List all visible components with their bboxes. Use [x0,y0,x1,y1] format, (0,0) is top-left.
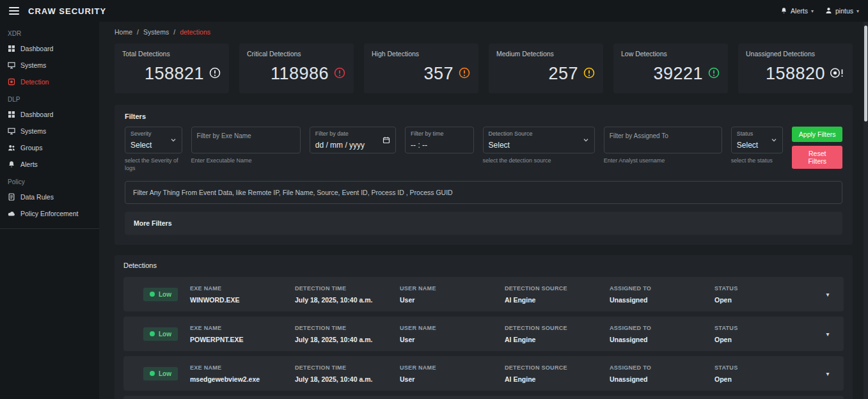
exe-name-value: POWERPNT.EXE [190,336,295,343]
severity-badge: Low [143,327,178,341]
detection-source-select[interactable]: Detection Source Select [483,127,595,153]
user-dropdown[interactable]: pintus ▾ [825,7,859,15]
exe-name-input[interactable] [191,127,301,153]
col-header-exe: EXE NAME [190,285,295,292]
severity-select[interactable]: Severity Select [125,127,182,153]
sidebar-item-label: Systems [20,61,46,69]
sidebar-item-dlp-groups[interactable]: Groups [0,139,99,156]
breadcrumb-systems[interactable]: Systems [143,28,169,36]
stat-value: 158820 [766,64,825,84]
chevron-down-icon [170,137,177,143]
detections-title: Detections [123,262,844,269]
exclamation-circle-icon [458,66,471,82]
stat-value: 257 [548,64,578,84]
chevron-down-icon [771,137,777,143]
stat-cards: Total Detections 158821 Critical Detecti… [114,43,853,93]
exe-name-value: msedgewebview2.exe [190,375,295,383]
breadcrumb-separator: / [137,28,139,36]
sidebar-item-dlp-dashboard[interactable]: Dashboard [0,106,99,123]
col-header-source: DETECTION SOURCE [505,325,610,331]
col-header-time: DETECTION TIME [295,364,400,371]
stat-card-unassigned: Unassigned Detections 158820 [738,43,853,93]
assigned-to-input[interactable] [604,127,722,153]
status-value: Open [714,296,819,304]
sidebar-item-xdr-dashboard[interactable]: Dashboard [0,40,99,57]
status-label: Status [737,130,758,137]
status-value: Open [714,375,819,383]
sidebar-divider [0,228,99,229]
sidebar-section-dlp: DLP [0,90,99,106]
assigned-to-value: Unassigned [610,336,714,343]
monitor-icon [8,61,15,69]
exclamation-circle-icon [333,66,346,82]
breadcrumb-current: detections [180,28,210,36]
assigned-to-value: Unassigned [610,375,714,383]
assigned-to-value: Unassigned [610,296,714,304]
event-data-search-input[interactable] [125,181,842,204]
sidebar-section-policy: Policy [0,173,99,189]
date-input[interactable]: Filter by date dd / mm / yyyy [310,127,396,153]
exclamation-circle-icon [707,66,720,82]
status-select[interactable]: Status Select [731,127,784,153]
assigned-to-hint: Enter Analyst username [604,157,722,165]
top-navbar: CRAW SECURITY Alerts ▾ pintus ▾ [0,0,868,22]
col-header-assigned: ASSIGNED TO [610,325,714,331]
cloud-icon [8,210,15,217]
detections-panel: Detections Low EXE NAMEWINWORD.EXE DETEC… [114,255,853,399]
sidebar-item-dlp-systems[interactable]: Systems [0,123,99,139]
scrollbar-thumb[interactable] [864,26,867,121]
detection-row[interactable]: Low EXE NAMEPOWERPNT.EXE DETECTION TIMEJ… [123,396,844,399]
filters-title: Filters [125,113,842,120]
alerts-dropdown[interactable]: Alerts ▾ [780,7,814,15]
chevron-down-icon: ▾ [811,8,814,14]
stat-label: High Detections [372,50,471,58]
sidebar-item-policy-data-rules[interactable]: Data Rules [0,189,99,205]
col-header-status: STATUS [714,364,819,371]
stat-label: Critical Detections [247,50,346,58]
breadcrumb: Home / Systems / detections [114,28,853,36]
stat-card-medium: Medium Detections 257 [489,43,603,93]
exe-name-value: WINWORD.EXE [190,296,295,304]
date-value: dd / mm / yyyy [315,141,365,150]
sidebar-item-label: Systems [20,127,46,135]
stat-value: 118986 [271,64,329,84]
col-header-status: STATUS [714,285,819,292]
sidebar-item-xdr-systems[interactable]: Systems [0,57,99,74]
hamburger-menu-icon[interactable] [9,7,19,15]
col-header-user: USER NAME [400,325,505,331]
alerts-label: Alerts [791,7,808,15]
status-value: Select [737,141,758,150]
detection-time-value: July 18, 2025, 10:40 a.m. [295,336,400,343]
file-icon [8,193,15,201]
sidebar-item-policy-enforcement[interactable]: Policy Enforcement [0,205,99,222]
col-header-user: USER NAME [400,285,505,292]
more-filters-toggle[interactable]: More Filters [125,212,842,235]
sidebar-item-label: Policy Enforcement [20,210,78,217]
sidebar-item-label: Data Rules [20,193,54,201]
time-input[interactable]: Filter by time -- : -- [405,127,473,153]
bell-icon [780,7,787,15]
col-header-exe: EXE NAME [190,325,295,331]
stat-card-low: Low Detections 39221 [613,43,728,93]
sidebar-item-label: Dashboard [20,45,53,52]
user-name-value: User [400,296,505,304]
apply-filters-button[interactable]: Apply Filters [792,127,842,142]
detection-row[interactable]: Low EXE NAMEWINWORD.EXE DETECTION TIMEJu… [123,277,844,311]
row-dropdown-caret[interactable]: ▾ [819,331,836,338]
detection-source-label: Detection Source [489,130,533,137]
breadcrumb-home[interactable]: Home [114,28,132,36]
stat-card-total: Total Detections 158821 [114,43,229,93]
severity-label: Severity [130,130,152,137]
col-header-status: STATUS [714,325,819,331]
groups-icon [8,144,15,152]
detection-row[interactable]: Low EXE NAMEmsedgewebview2.exe DETECTION… [123,356,844,391]
reset-filters-button[interactable]: Reset Filters [792,146,842,169]
row-dropdown-caret[interactable]: ▾ [819,370,836,377]
row-dropdown-caret[interactable]: ▾ [819,291,836,298]
detection-row[interactable]: Low EXE NAMEPOWERPNT.EXE DETECTION TIMEJ… [123,317,844,351]
stat-label: Total Detections [122,50,221,58]
exe-name-hint: Enter Executable Name [191,157,301,165]
stat-label: Medium Detections [496,50,596,58]
sidebar-item-dlp-alerts[interactable]: Alerts [0,156,99,173]
sidebar-item-xdr-detection[interactable]: Detection [0,74,99,90]
